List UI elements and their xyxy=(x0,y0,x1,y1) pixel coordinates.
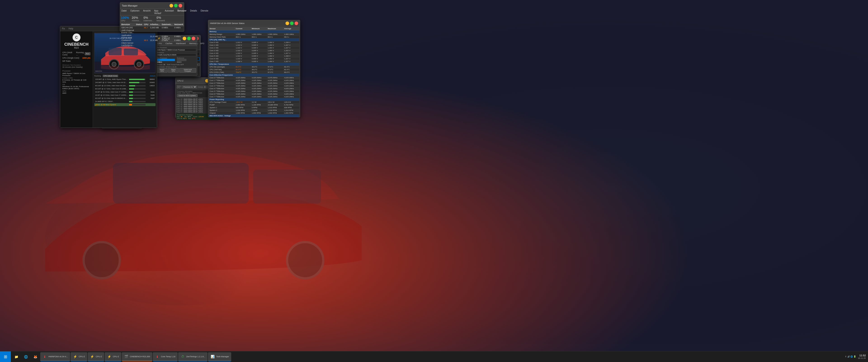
cpuz2-close[interactable]: × xyxy=(192,37,195,40)
amd-bios-update-btn[interactable]: Check for BIOS Updates xyxy=(177,94,197,97)
rank-score: 9191 xyxy=(147,91,155,93)
taskbar-cpuz1[interactable]: ⚡ CPU-Z xyxy=(70,352,87,361)
sensor-row: Core 6 T°Effective4,025.2MHz4,025.2MHz4,… xyxy=(209,93,300,95)
s-min: 36.3°C xyxy=(251,68,267,71)
col-arbeitss: Arbeitss... xyxy=(149,23,161,26)
s-name: Core 0 VID xyxy=(209,41,235,44)
proc-status xyxy=(135,29,143,34)
sys-processor-value: AMD Ryzen 7 5800X 8-Core Processor xyxy=(62,73,90,77)
hwinfo-min[interactable]: − xyxy=(285,22,289,25)
cpuz2-max[interactable]: □ xyxy=(187,37,191,40)
amd-cpu-temp: 92°C xyxy=(183,118,187,119)
taskbar-cpuz3[interactable]: ⚡ CPU-Z xyxy=(105,352,121,361)
s-max: 4,975.0MHz xyxy=(267,77,283,79)
maximize-button[interactable]: □ xyxy=(174,4,178,7)
sys-os-label: OS xyxy=(62,83,90,85)
cinebench-taskbar-label: CINEBENCH R23,300 xyxy=(130,356,150,358)
s-name: Core 6 T°Effective xyxy=(209,93,235,95)
s-name: Core 5 VID xyxy=(209,55,235,57)
cinebench-sys-info: Processor AMD Ryzen 7 5800X 8-Core Proce… xyxy=(62,70,90,94)
menu-autostart[interactable]: Autostart xyxy=(164,9,174,15)
core-freq-header: Core Effective Frequencies xyxy=(209,74,300,77)
cpuz2-tab-spd[interactable]: SPD xyxy=(198,41,206,46)
start-button[interactable]: ⊞ xyxy=(0,351,11,362)
mem-section-header: Memory xyxy=(209,30,300,33)
sensor-row: Core 3 VID1,319 V0,935 V1,464 V1,322 V xyxy=(209,49,300,52)
proc-cpu: 98.5 xyxy=(143,39,149,41)
menu-details[interactable]: Details xyxy=(190,9,197,15)
svg-rect-8 xyxy=(108,48,122,55)
s-max: 1,464 V xyxy=(267,47,283,49)
cpuz2-tab-memory[interactable]: Memory xyxy=(187,41,198,46)
col-cpu: CPU xyxy=(143,23,149,26)
taskbar-zentimings[interactable]: ⏱ ZenTimings 1.2.1.8... xyxy=(178,352,208,361)
rank-bar xyxy=(129,82,139,83)
s-max: 130.4 W xyxy=(267,101,283,104)
cinebench-logo-icon: C xyxy=(72,33,81,41)
s-name: Core 0 T°Effective xyxy=(209,77,235,79)
menu-optionen[interactable]: Optionen xyxy=(130,9,140,15)
hwinfo-close[interactable]: × xyxy=(294,22,298,25)
ref-score-label: Reference xyxy=(177,57,196,59)
proc-disk: 0 MB/s xyxy=(161,39,174,41)
s-min: 1,600 RPM xyxy=(251,112,267,114)
bench-cpu-btn[interactable]: Bench CPU xyxy=(157,68,167,73)
sys-cores-label: Cores x GHz xyxy=(62,77,90,79)
cpu-build-btn[interactable]: CPU (Multi Core) xyxy=(103,75,118,77)
taskbar-taskmanager[interactable]: 📊 Task-Manager xyxy=(208,352,231,361)
s-avg: 1,327 V xyxy=(283,60,300,63)
amd-cpu-select[interactable]: Processor #1 xyxy=(182,85,197,88)
sys-gpu-value: AMD xyxy=(62,92,90,94)
rank-bar xyxy=(129,91,133,93)
s-avg: 120.8 W xyxy=(283,101,300,104)
proc-net xyxy=(174,41,184,47)
s-name: Memory Clock Ratio xyxy=(209,36,235,38)
s-name: Core 2 VID xyxy=(209,47,235,49)
minimize-button[interactable]: − xyxy=(169,4,173,7)
mem-pct: 20% xyxy=(132,16,141,20)
ranking-item: 4C/8T @ 4.5 GHz, Intel Core I7 1065G7 @.… xyxy=(94,94,156,96)
rank-bar-container xyxy=(129,82,146,83)
menu-dienste[interactable]: Dienste xyxy=(200,9,209,15)
test-single: CPU (Single Core) 1655 pts xyxy=(62,57,90,59)
taskbar-item-edge[interactable]: 🌐 xyxy=(21,352,30,361)
taskbar-clock: 11:52 16.11.20 xyxy=(858,354,866,360)
ranking-list: 13CART @ 3.7GHz, AMD Ryzen Threadripper … xyxy=(94,78,156,106)
cpuz3-taskbar-label: CPU-Z xyxy=(113,356,119,358)
taskbar-coretemp[interactable]: 🌡 Core Temp 1.16 xyxy=(153,352,178,361)
taskbar-hwinfow[interactable]: 🌡 HWiNFO64 v6.34-4... xyxy=(40,352,70,361)
menu-appverlauf[interactable]: App-Verlauf xyxy=(154,9,162,15)
proc-status xyxy=(135,34,143,39)
menu-datei[interactable]: Datei xyxy=(121,9,127,15)
s-cur: 1,018 RPM xyxy=(235,109,251,112)
hwinfo-max[interactable]: □ xyxy=(290,22,293,25)
s-name: Core 3 VID xyxy=(209,49,235,52)
close-button[interactable]: × xyxy=(179,4,182,7)
menu-ansicht[interactable]: Ansicht xyxy=(143,9,151,15)
submit-btn[interactable]: Submit and Compare xyxy=(179,68,196,73)
taskbar-item-firefox[interactable]: 🦊 xyxy=(31,352,40,361)
taskbar-item-file-explorer[interactable]: 📁 xyxy=(12,352,21,361)
stress-cpu-btn[interactable]: Stress CPU xyxy=(168,68,179,73)
taskbar-cinebench[interactable]: 🎬 CINEBENCH R23,300 xyxy=(122,352,153,361)
threads-val: 16 xyxy=(163,64,165,65)
cinebench-test-list: CPU (Multi Core) Running ... Run CPU (Si… xyxy=(62,51,90,62)
ref-score-bar: Reference 529.5 xyxy=(177,57,196,63)
freq-label: Freq. #6: xyxy=(176,109,183,111)
bench-version: Benchmark: Version 1.01.64 xyxy=(157,66,177,68)
amd-cpu-temp-c: Max: xyxy=(188,118,192,119)
sensor-row: Core 0 VID1,313 V0,935 V1,464 V1,338 V xyxy=(209,41,300,44)
hwinfo-taskbar-label: HWiNFO64 v6.34-4... xyxy=(49,356,68,358)
s-cur: 4,025.2MHz xyxy=(235,95,251,98)
s-name: Core 4 VID xyxy=(209,52,235,55)
details-btn[interactable]: Details xyxy=(150,75,156,77)
s-max: 1,464 V xyxy=(267,57,283,60)
menu-benutzer[interactable]: Benutzer xyxy=(177,9,187,15)
taskbar-cpuz2[interactable]: ⚡ CPU-Z xyxy=(88,352,104,361)
volt-section-header: MSI X570 ACE2 - Voltage xyxy=(209,114,300,117)
s-avg: 4,025.2MHz xyxy=(283,90,300,93)
rank-bar xyxy=(129,98,133,99)
core-freq-title: Core Effective Frequencies xyxy=(209,74,300,77)
test-multi-run[interactable]: Run xyxy=(85,52,90,55)
proc-mem: 21,5 MB xyxy=(149,34,161,39)
